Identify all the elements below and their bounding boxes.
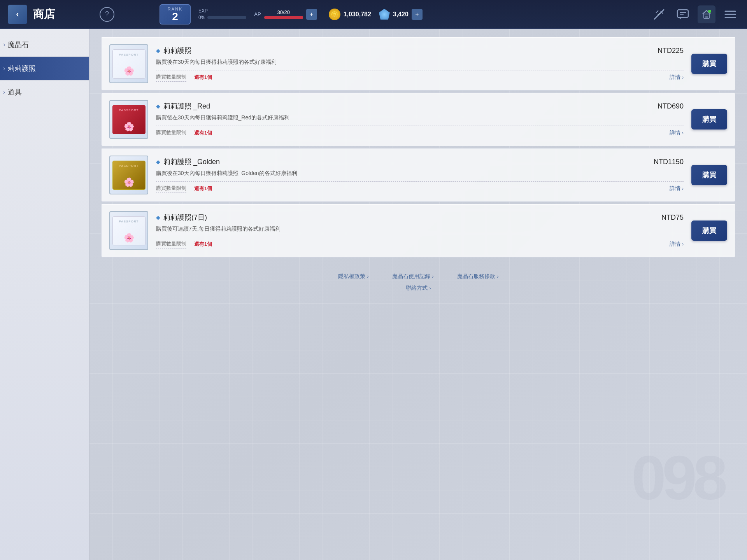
product-price-2: NTD690	[658, 102, 684, 110]
buy-button-3[interactable]: 購買	[691, 165, 727, 185]
product-desc-4: 購買後可連續7天,每日獲得莉莉護照的各式好康福利	[156, 225, 684, 237]
contact-link[interactable]: 聯絡方式 ›	[406, 285, 431, 292]
exp-section: EXP 0%	[198, 8, 246, 20]
buy-button-1[interactable]: 購買	[691, 54, 727, 74]
detail-chevron-2: ›	[682, 130, 684, 136]
home-icon	[701, 9, 712, 20]
diamond-icon-4: ◆	[156, 214, 160, 220]
detail-button-4[interactable]: 詳情 ›	[670, 241, 684, 248]
product-footer-4: 購買數量限制 還有1個 詳情 ›	[156, 240, 684, 248]
product-name-2: 莉莉護照 _Red	[163, 102, 210, 111]
product-card-3: ◆ 莉莉護照 _Golden NTD1150 購買後在30天內每日獲得莉莉護照_…	[101, 148, 735, 202]
gem-plus-button[interactable]: +	[412, 9, 423, 20]
content-area: 098 ◆ 莉莉護照 NTD225 購買	[89, 29, 747, 560]
currency-section: 🪙 1,030,782 3,420 +	[329, 9, 423, 20]
sidebar-label-lily-passport: 莉莉護照	[8, 64, 36, 73]
limit-label-2: 購買數量限制	[156, 129, 186, 137]
product-header-2: ◆ 莉莉護照 _Red NTD690	[156, 102, 684, 111]
hamburger-icon	[724, 10, 736, 19]
limit-stock-1: 還有1個	[194, 74, 212, 81]
magic-terms-chevron: ›	[497, 274, 499, 279]
purchase-limit-4: 購買數量限制 還有1個	[156, 240, 212, 248]
diamond-icon-3: ◆	[156, 159, 160, 165]
svg-line-3	[656, 10, 658, 13]
diamond-icon-2: ◆	[156, 103, 160, 109]
back-button[interactable]: ‹	[8, 5, 27, 24]
rank-badge: RANK 2	[160, 4, 191, 24]
ap-bar-container: 30/20	[264, 9, 303, 19]
buy-button-4[interactable]: 購買	[691, 220, 727, 241]
product-price-4: NTD75	[661, 214, 684, 222]
topbar: ‹ 商店 ? RANK 2 EXP 0% AP 30/20	[0, 0, 747, 29]
ap-bar	[264, 16, 303, 19]
gem-value: 3,420	[393, 11, 409, 18]
chat-button[interactable]	[674, 5, 692, 23]
limit-label-3: 購買數量限制	[156, 185, 186, 193]
product-header-3: ◆ 莉莉護照 _Golden NTD1150	[156, 157, 684, 166]
limit-label-4: 購買數量限制	[156, 240, 186, 248]
rank-value: 2	[166, 11, 184, 22]
product-image-4	[109, 211, 148, 250]
product-desc-1: 購買後在30天內每日獲得莉莉護照的各式好康福利	[156, 58, 684, 70]
main-layout: 魔晶石 莉莉護照 道具 098 ◆	[0, 29, 747, 560]
exp-label: EXP	[198, 8, 246, 14]
product-price-3: NTD1150	[654, 158, 684, 166]
diamond-icon-1: ◆	[156, 47, 160, 54]
product-info-3: ◆ 莉莉護照 _Golden NTD1150 購買後在30天內每日獲得莉莉護照_…	[156, 157, 684, 193]
sidebar: 魔晶石 莉莉護照 道具	[0, 29, 89, 560]
buy-button-2[interactable]: 購買	[691, 109, 727, 130]
product-desc-2: 購買後在30天內每日獲得莉莉護照_Red的各式好康福利	[156, 114, 684, 126]
product-footer-1: 購買數量限制 還有1個 詳情 ›	[156, 74, 684, 82]
combat-icon-button[interactable]	[650, 5, 668, 23]
topbar-left: ‹ 商店 ?	[8, 5, 160, 24]
sidebar-item-tools[interactable]: 道具	[0, 80, 89, 104]
exp-percent: 0%	[198, 15, 205, 20]
product-header-1: ◆ 莉莉護照 NTD225	[156, 46, 684, 55]
menu-button[interactable]	[721, 5, 739, 23]
product-name-4: 莉莉護照(7日)	[163, 213, 207, 222]
product-price-1: NTD225	[658, 47, 684, 55]
exp-bar	[207, 16, 246, 19]
detail-button-1[interactable]: 詳情 ›	[670, 74, 684, 81]
ap-section: AP 30/20 +	[254, 9, 317, 20]
magic-terms-link[interactable]: 魔晶石服務條款 ›	[457, 273, 499, 280]
footer-row-1: 隱私權政策 › 魔晶石使用記錄 › 魔晶石服務條款 ›	[338, 273, 499, 280]
limit-stock-3: 還有1個	[194, 185, 212, 192]
magic-log-chevron: ›	[432, 274, 434, 279]
detail-button-2[interactable]: 詳情 ›	[670, 130, 684, 136]
passport-white-image	[112, 49, 146, 79]
product-info-1: ◆ 莉莉護照 NTD225 購買後在30天內每日獲得莉莉護照的各式好康福利 購買…	[156, 46, 684, 82]
svg-point-10	[708, 10, 711, 13]
privacy-link[interactable]: 隱私權政策 ›	[338, 273, 369, 280]
gem-icon	[379, 9, 390, 20]
product-name-1: 莉莉護照	[163, 46, 191, 55]
sword-icon	[652, 7, 666, 21]
home-button[interactable]	[698, 5, 715, 23]
passport-gold-image	[112, 161, 146, 190]
ap-value: 30/20	[264, 9, 303, 15]
topbar-right	[650, 5, 739, 23]
product-card-1: ◆ 莉莉護照 NTD225 購買後在30天內每日獲得莉莉護照的各式好康福利 購買…	[101, 37, 735, 91]
svg-rect-9	[705, 16, 708, 18]
passport-red-image	[112, 105, 146, 134]
chat-icon	[676, 7, 690, 21]
contact-chevron: ›	[430, 285, 431, 291]
help-button[interactable]: ?	[100, 7, 114, 22]
footer-row-2: 聯絡方式 ›	[406, 285, 431, 292]
detail-button-3[interactable]: 詳情 ›	[670, 185, 684, 192]
svg-rect-5	[677, 10, 688, 18]
product-card-4: ◆ 莉莉護照(7日) NTD75 購買後可連續7天,每日獲得莉莉護照的各式好康福…	[101, 204, 735, 257]
sidebar-item-magic-crystal[interactable]: 魔晶石	[0, 33, 89, 57]
privacy-chevron: ›	[367, 274, 369, 279]
ap-label: AP	[254, 11, 261, 17]
product-footer-2: 購買數量限制 還有1個 詳情 ›	[156, 129, 684, 137]
magic-log-link[interactable]: 魔晶石使用記錄 ›	[392, 273, 434, 280]
purchase-limit-1: 購買數量限制 還有1個	[156, 74, 212, 82]
ap-plus-button[interactable]: +	[306, 9, 317, 20]
detail-chevron-4: ›	[682, 242, 684, 247]
coin-currency: 🪙 1,030,782	[329, 9, 371, 20]
topbar-center: RANK 2 EXP 0% AP 30/20 +	[160, 4, 646, 24]
product-card-2: ◆ 莉莉護照 _Red NTD690 購買後在30天內每日獲得莉莉護照_Red的…	[101, 93, 735, 146]
sidebar-item-lily-passport[interactable]: 莉莉護照	[0, 57, 89, 80]
detail-chevron-1: ›	[682, 75, 684, 80]
